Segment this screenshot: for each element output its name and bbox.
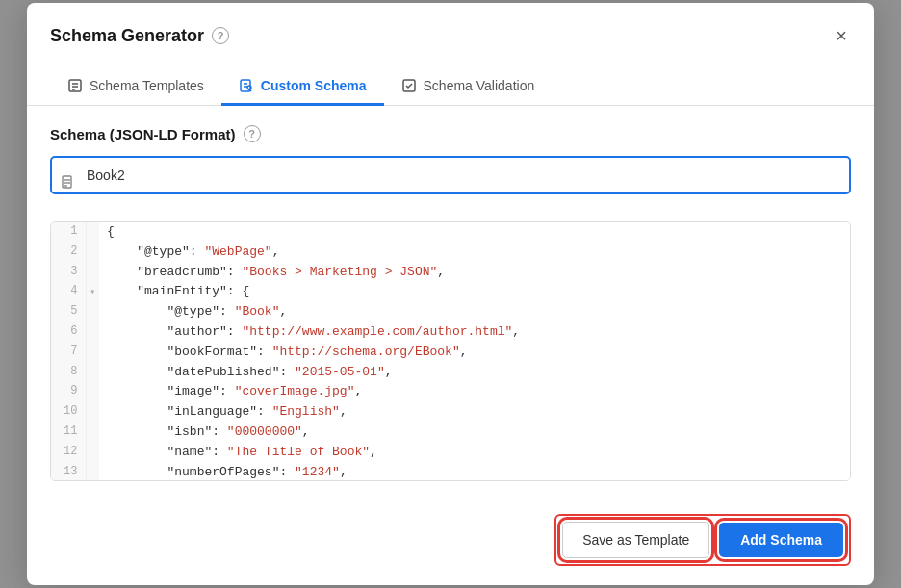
tab-schema-templates-label: Schema Templates [90, 78, 204, 93]
tab-schema-validation[interactable]: Schema Validation [384, 68, 553, 106]
custom-schema-icon [239, 78, 254, 93]
add-schema-button[interactable]: Add Schema [719, 523, 843, 557]
tab-schema-validation-label: Schema Validation [424, 78, 535, 93]
close-button[interactable]: × [832, 22, 851, 49]
schema-validation-icon [401, 78, 417, 93]
tab-schema-templates[interactable]: Schema Templates [50, 68, 221, 106]
section-help-icon[interactable]: ? [244, 125, 261, 142]
schema-name-input[interactable] [50, 156, 851, 194]
tab-custom-schema-label: Custom Schema [261, 78, 367, 93]
code-table: 1{2 "@type": "WebPage",3 "breadcrumb": "… [51, 222, 850, 481]
modal-header: Schema Generator ? × [27, 3, 874, 49]
modal-title-group: Schema Generator ? [50, 26, 229, 46]
modal-footer: Save as Template Add Schema [27, 500, 874, 585]
schema-generator-modal: Schema Generator ? × Schema Templates [27, 3, 874, 585]
section-label-text: Schema (JSON-LD Format) [50, 126, 236, 142]
code-editor[interactable]: 1{2 "@type": "WebPage",3 "breadcrumb": "… [50, 221, 851, 481]
modal-body: Schema (JSON-LD Format) ? 1{ [27, 106, 874, 500]
schema-templates-icon [67, 78, 83, 93]
section-label: Schema (JSON-LD Format) ? [50, 125, 851, 142]
modal-title-text: Schema Generator [50, 26, 204, 46]
footer-button-group: Save as Template Add Schema [554, 514, 851, 566]
svg-point-7 [247, 86, 251, 89]
schema-name-wrapper [50, 156, 851, 208]
tab-bar: Schema Templates Custom Schema [27, 53, 874, 106]
tab-custom-schema[interactable]: Custom Schema [221, 68, 384, 106]
title-help-icon[interactable]: ? [212, 27, 229, 44]
modal-overlay: Schema Generator ? × Schema Templates [0, 0, 901, 588]
save-template-button[interactable]: Save as Template [562, 522, 709, 558]
input-doc-icon [61, 175, 74, 189]
